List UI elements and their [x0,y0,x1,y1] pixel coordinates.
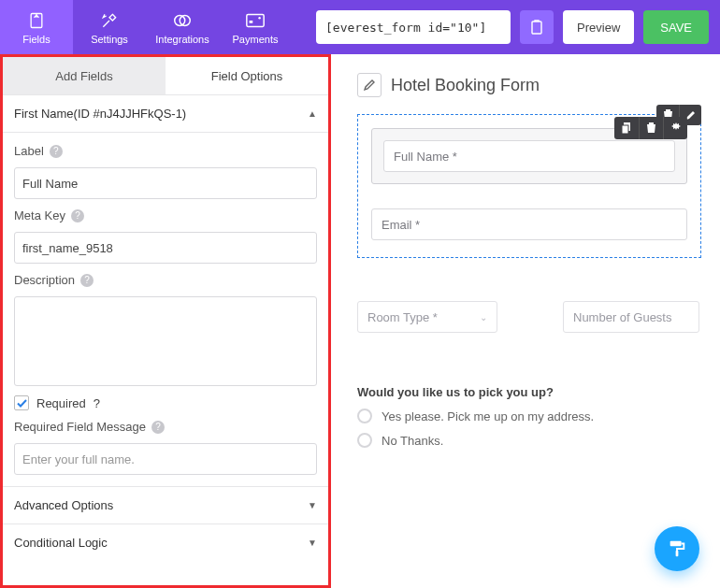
nav-settings-label: Settings [91,34,128,45]
field-duplicate-button[interactable] [614,117,639,139]
svg-rect-8 [622,125,628,134]
trash-icon [646,122,656,134]
svg-rect-11 [676,551,679,556]
selected-row[interactable]: Full Name * Email * [357,114,701,258]
tab-field-options[interactable]: Field Options [166,57,328,94]
email-placeholder: Email * [382,218,420,232]
field-settings-button[interactable] [663,117,687,139]
gear-icon [670,122,682,134]
caret-down-icon: ▼ [308,500,317,510]
theme-fab-button[interactable] [655,526,699,571]
preview-button[interactable]: Preview [563,10,634,44]
svg-rect-10 [670,541,682,547]
help-icon[interactable]: ? [80,274,94,287]
fullname-placeholder: Full Name * [394,150,457,164]
copy-shortcode-button[interactable] [520,10,554,44]
nav-payments-label: Payments [233,34,279,45]
save-label: SAVE [660,21,692,35]
description-input[interactable] [14,296,317,386]
label-label: Label ? [14,144,317,158]
advanced-row[interactable]: Advanced Options ▼ [3,486,328,523]
fullname-input[interactable]: Full Name * [383,140,675,172]
metakey-input[interactable] [14,232,317,264]
settings-icon [99,10,120,31]
chevron-down-icon: ⌄ [480,312,487,323]
email-input[interactable]: Email * [371,208,687,240]
save-button[interactable]: SAVE [643,10,709,44]
svg-rect-6 [532,22,541,34]
metakey-label: Meta Key ? [14,208,317,222]
required-label: Required [36,396,86,410]
radio-no[interactable] [357,433,372,448]
preview-label: Preview [577,21,620,35]
shortcode-input[interactable]: [everest_form id="10"] [316,10,511,44]
integrations-icon [172,10,193,31]
tab-add-fields-label: Add Fields [55,69,112,83]
nav-settings[interactable]: Settings [73,0,146,54]
clipboard-icon [529,19,544,36]
edit-title-button[interactable] [357,73,382,97]
advanced-label: Advanced Options [14,498,113,512]
help-icon[interactable]: ? [151,421,165,434]
room-type-label: Room Type * [367,310,438,324]
pencil-icon [363,79,376,92]
room-type-select[interactable]: Room Type * ⌄ [357,301,497,333]
form-title: Hotel Booking Form [391,76,540,95]
tab-add-fields[interactable]: Add Fields [3,57,166,94]
label-input[interactable] [14,167,317,199]
conditional-label: Conditional Logic [14,536,108,550]
tab-field-options-label: Field Options [211,69,283,83]
caret-down-icon: ▼ [308,538,317,548]
field-header-label: First Name(ID #nJ4JJHFkQS-1) [14,107,186,121]
required-msg-input[interactable] [14,443,317,475]
field-fullname[interactable]: Full Name * [371,128,687,184]
left-panel: Add Fields Field Options First Name(ID #… [0,54,331,588]
paint-roller-icon [667,538,687,559]
radio-yes-label: Yes please. Pick me up on my address. [382,409,594,423]
radio-yes[interactable] [357,409,372,423]
payments-icon [245,10,266,31]
required-msg-label: Required Field Message ? [14,420,317,434]
form-preview: Hotel Booking Form [331,54,720,588]
field-delete-button[interactable] [639,117,663,139]
number-of-guests-input[interactable]: Number of Guests [563,301,699,333]
shortcode-text: [everest_form id="10"] [325,21,486,35]
description-label: Description ? [14,273,317,287]
help-icon[interactable]: ? [71,209,84,222]
conditional-row[interactable]: Conditional Logic ▼ [3,523,328,561]
field-toolbar [614,117,687,139]
pickup-question: Would you like us to pick you up? [357,385,701,399]
copy-icon [622,122,632,134]
nav-integrations-label: Integrations [155,34,209,45]
nav-integrations[interactable]: Integrations [146,0,219,54]
caret-up-icon: ▲ [308,108,317,119]
nav-fields[interactable]: Fields [0,0,73,54]
guests-placeholder: Number of Guests [573,310,672,324]
radio-no-label: No Thanks. [382,434,443,448]
help-icon[interactable]: ? [50,145,63,158]
fields-icon [26,10,47,31]
help-icon[interactable]: ? [94,396,100,410]
field-header-row[interactable]: First Name(ID #nJ4JJHFkQS-1) ▲ [3,94,328,132]
nav-fields-label: Fields [22,34,50,45]
required-checkbox[interactable] [14,395,29,410]
svg-rect-4 [250,21,253,23]
nav-payments[interactable]: Payments [219,0,292,54]
svg-point-5 [258,17,260,19]
